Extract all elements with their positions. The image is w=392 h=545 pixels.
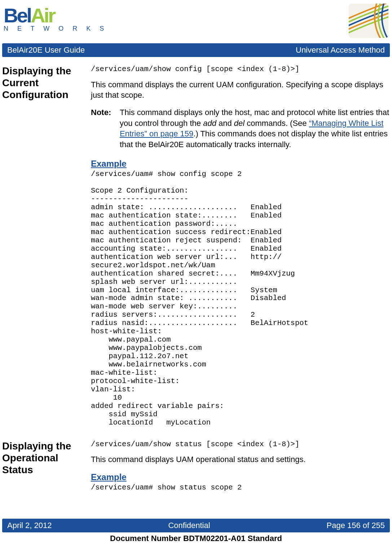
note-block: Note: This command displays only the hos… [91, 107, 390, 150]
note-body: This command displays only the host, mac… [120, 107, 390, 150]
footer-date: April 2, 2012 [7, 521, 52, 530]
section-heading-config: Displaying the Current Configuration [2, 64, 89, 439]
footer-page: Page 156 of 255 [327, 521, 385, 530]
example-output-status: /services/uam# show status scope 2 [91, 484, 390, 492]
description-status: This command displays UAM operational st… [91, 454, 390, 465]
example-output-config: /services/uam# show config scope 2 Scope… [91, 170, 390, 427]
command-syntax-config: /services/uam/show config [scope <index … [91, 64, 390, 74]
document-number: Document Number BDTM02201-A01 Standard [0, 534, 392, 543]
belair-logo: BelAir N E T W O R K S [4, 4, 107, 32]
title-bar: BelAir20E User Guide Universal Access Me… [2, 43, 390, 57]
example-heading-config: Example [91, 158, 390, 170]
logo-brand-first: Bel [4, 4, 31, 27]
description-config: This command displays the current UAM co… [91, 79, 390, 101]
example-heading-status: Example [91, 471, 390, 483]
logo-brand-second: Air [31, 4, 54, 27]
footer-bar: April 2, 2012 Confidential Page 156 of 2… [2, 519, 390, 532]
note-label: Note: [91, 107, 120, 150]
command-syntax-status: /services/uam/show status [scope <index … [91, 439, 390, 449]
section-heading-status: Displaying the Operational Status [2, 439, 89, 505]
footer-confidential: Confidential [168, 521, 210, 530]
header-logo-row: BelAir N E T W O R K S [0, 0, 392, 43]
guide-title: BelAir20E User Guide [7, 45, 85, 55]
logo-subtitle: N E T W O R K S [4, 25, 107, 32]
chapter-title: Universal Access Method [296, 45, 385, 55]
swirl-icon [349, 4, 388, 39]
